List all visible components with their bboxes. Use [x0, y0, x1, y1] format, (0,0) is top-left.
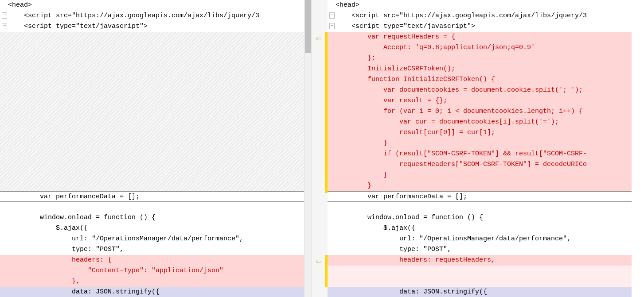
code-line[interactable] [0, 149, 304, 159]
code-line[interactable]: "Content-Type": "application/json" [0, 266, 304, 276]
diff-viewer: <head>− <script src="https://ajax.google… [0, 0, 644, 297]
code-line[interactable] [0, 127, 304, 138]
merge-left-icon[interactable]: ⇦ [316, 35, 321, 42]
code-line[interactable]: headers: { [0, 255, 304, 266]
code-line[interactable]: if (result["SCOM-CSRF-TOKEN"] && result[… [328, 149, 632, 159]
code-line[interactable]: } [328, 181, 632, 191]
code-line[interactable] [328, 266, 632, 276]
code-line[interactable]: url: "/OperationsManager/data/performanc… [328, 234, 632, 244]
code-line[interactable] [328, 276, 632, 287]
code-line[interactable] [0, 74, 304, 85]
code-line[interactable]: for (var i = 0; i < documentcookies.leng… [328, 106, 632, 117]
code-line[interactable] [328, 202, 632, 212]
code-line[interactable]: } [328, 170, 632, 181]
code-line[interactable]: type: "POST", [328, 244, 632, 255]
code-line[interactable]: var result = {}; [328, 96, 632, 106]
code-line[interactable] [0, 138, 304, 149]
code-line[interactable]: data: JSON.stringify({ [0, 287, 304, 297]
code-line[interactable]: type: "POST", [0, 244, 304, 255]
code-line[interactable] [0, 170, 304, 181]
code-line[interactable] [0, 96, 304, 106]
code-line[interactable]: url: "/OperationsManager/data/performanc… [0, 234, 304, 244]
fold-marker-icon[interactable]: − [2, 23, 7, 29]
diff-gutter: ⇦⇦ [312, 0, 325, 297]
code-line[interactable]: }; [328, 53, 632, 64]
code-line[interactable]: var performanceData = []; [0, 191, 304, 202]
code-line[interactable]: InitializeCSRFToken(); [328, 64, 632, 74]
code-line[interactable]: headers: requestHeaders, [328, 255, 632, 266]
code-line[interactable] [0, 32, 304, 42]
code-line[interactable]: − <script src="https://ajax.googleapis.c… [0, 11, 304, 21]
code-line[interactable]: var cur = documentcookies[i].split('='); [328, 117, 632, 127]
code-line[interactable] [0, 202, 304, 212]
code-line[interactable]: <head> [0, 0, 304, 11]
left-code-area[interactable]: <head>− <script src="https://ajax.google… [0, 0, 304, 297]
code-line[interactable] [0, 159, 304, 170]
code-line[interactable]: Accept: 'q=0.8;application/json;q=0.9' [328, 42, 632, 53]
fold-marker-icon[interactable]: − [2, 12, 7, 19]
code-line[interactable]: − <script type="text/javascript"> [0, 21, 304, 32]
code-line[interactable] [0, 117, 304, 127]
fold-marker-icon[interactable]: − [329, 12, 335, 19]
code-line[interactable]: − <script type="text/javascript"> [328, 21, 632, 32]
code-line[interactable]: − <script src="https://ajax.googleapis.c… [328, 11, 632, 21]
fold-marker-icon[interactable]: − [329, 23, 335, 29]
code-line[interactable] [0, 53, 304, 64]
code-line[interactable]: $.ajax({ [328, 223, 632, 234]
code-line[interactable]: requestHeaders["SCOM-CSRF-TOKEN"] = deco… [328, 159, 632, 170]
scrollbar-thumb[interactable] [305, 0, 311, 53]
code-line[interactable]: window.onload = function () { [0, 212, 304, 223]
left-scrollbar[interactable] [304, 0, 312, 297]
merge-left-icon[interactable]: ⇦ [316, 258, 321, 266]
code-line[interactable] [0, 64, 304, 74]
right-code-area[interactable]: <head>− <script src="https://ajax.google… [328, 0, 632, 297]
left-pane: <head>− <script src="https://ajax.google… [0, 0, 304, 297]
code-line[interactable]: var documentcookies = document.cookie.sp… [328, 85, 632, 96]
right-pane: <head>− <script src="https://ajax.google… [328, 0, 632, 297]
code-line[interactable]: data: JSON.stringify({ [328, 287, 632, 297]
code-line[interactable]: window.onload = function () { [328, 212, 632, 223]
code-line[interactable]: result[cur[0]] = cur[1]; [328, 127, 632, 138]
code-line[interactable] [0, 181, 304, 191]
code-line[interactable] [0, 85, 304, 96]
code-line[interactable]: $.ajax({ [0, 223, 304, 234]
code-line[interactable]: var performanceData = []; [328, 191, 632, 202]
code-line[interactable]: } [328, 138, 632, 149]
code-line[interactable]: <head> [328, 0, 632, 11]
code-line[interactable]: var requestHeaders = { [328, 32, 632, 42]
code-line[interactable]: function InitializeCSRFToken() { [328, 74, 632, 85]
code-line[interactable] [0, 106, 304, 117]
code-line[interactable]: }, [0, 276, 304, 287]
code-line[interactable] [0, 42, 304, 53]
